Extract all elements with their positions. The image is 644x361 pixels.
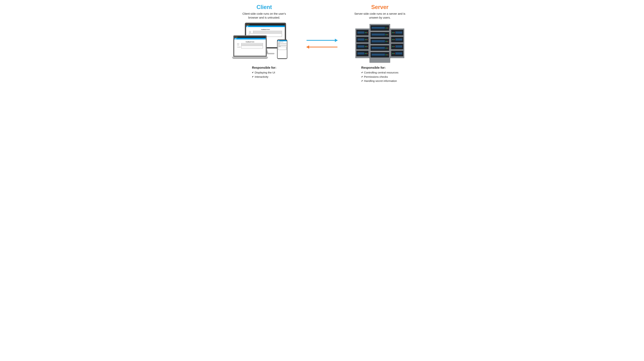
server-rack-icon [390,29,404,58]
email-input [253,32,282,33]
server-title: Server [371,4,388,10]
request-arrow-icon [306,40,338,41]
server-racks-illustration [353,23,407,64]
client-title: Client [256,4,272,10]
response-arrow-icon [306,47,338,48]
email-label: Email: [249,32,252,33]
server-rack-icon [370,24,390,63]
server-tagline: Server-side code runs on a server and is… [354,12,406,20]
menu-icon [247,26,248,27]
responsibilities-heading: Responsible for: [361,66,398,70]
client-responsibilities: Responsible for: Displaying the UIIntera… [252,66,276,79]
server-responsibilities: Responsible for: Controlling central res… [361,66,398,83]
name-label: Name: [249,31,252,32]
diagram-canvas: Client Client-side code runs on the user… [223,0,421,98]
responsibility-item: Handling secret information [361,79,398,83]
name-input [253,31,282,32]
responsibilities-heading: Responsible for: [252,66,276,70]
server-responsibilities-list: Controlling central resourcesPermissions… [361,71,398,83]
server-rack-icon [355,29,370,58]
form-title: Feedback Form [249,29,282,30]
client-devices-illustration: Feedback Form Name: Email: [233,23,295,64]
form-title: Feedback Form [237,41,263,43]
server-column: Server Server-side code runs on a server… [339,0,421,98]
responsibility-item: Interactivity [252,75,276,79]
client-tagline: Client-side code runs on the user's brow… [238,12,290,20]
client-column: Client Client-side code runs on the user… [223,0,305,98]
responsibility-item: Permissions checks [361,75,398,79]
responsibility-item: Controlling central resources [361,71,398,75]
responsibility-item: Displaying the UI [252,71,276,75]
laptop-device-icon: Feedback Form Name: Email: Feedback: [233,35,267,59]
app-toolbar-icon [246,26,285,27]
arrows-column [305,0,339,98]
window-titlebar-icon [246,24,285,26]
client-responsibilities-list: Displaying the UIInteractivity [252,71,276,79]
phone-device-icon: Feedback Form Name: Email: Feedback: [277,40,287,59]
